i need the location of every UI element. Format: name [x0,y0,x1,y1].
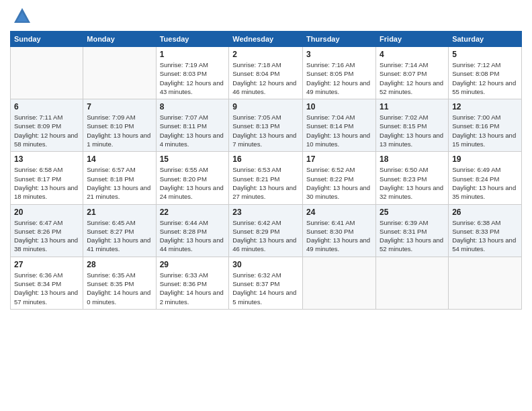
calendar-cell: 1Sunrise: 7:19 AM Sunset: 8:03 PM Daylig… [156,47,229,99]
day-number: 30 [232,260,299,269]
calendar-cell: 5Sunrise: 7:12 AM Sunset: 8:08 PM Daylig… [449,47,522,99]
day-info: Sunrise: 7:14 AM Sunset: 8:07 PM Dayligh… [380,60,445,96]
calendar-cell: 2Sunrise: 7:18 AM Sunset: 8:04 PM Daylig… [229,47,303,99]
day-info: Sunrise: 6:47 AM Sunset: 8:26 PM Dayligh… [14,218,79,254]
day-info: Sunrise: 6:39 AM Sunset: 8:31 PM Dayligh… [380,218,445,254]
day-info: Sunrise: 6:50 AM Sunset: 8:23 PM Dayligh… [380,165,445,201]
day-number: 29 [160,260,226,269]
week-row-4: 20Sunrise: 6:47 AM Sunset: 8:26 PM Dayli… [11,204,522,257]
calendar-table: SundayMondayTuesdayWednesdayThursdayFrid… [10,31,522,310]
day-number: 11 [380,102,445,111]
day-info: Sunrise: 6:49 AM Sunset: 8:24 PM Dayligh… [452,165,518,201]
day-number: 12 [452,102,518,111]
weekday-header-thursday: Thursday [303,32,376,47]
weekday-header-sunday: Sunday [11,32,83,47]
weekday-header-tuesday: Tuesday [156,32,229,47]
day-number: 15 [160,154,226,164]
week-row-5: 27Sunrise: 6:36 AM Sunset: 8:34 PM Dayli… [11,257,522,309]
day-number: 25 [380,208,445,217]
day-info: Sunrise: 7:07 AM Sunset: 8:11 PM Dayligh… [160,113,226,148]
day-number: 1 [160,50,226,59]
day-number: 16 [232,154,299,164]
calendar-cell: 20Sunrise: 6:47 AM Sunset: 8:26 PM Dayli… [11,204,83,257]
day-number: 21 [87,208,152,217]
day-number: 20 [14,208,79,217]
day-number: 5 [452,50,518,59]
day-info: Sunrise: 6:44 AM Sunset: 8:28 PM Dayligh… [160,218,226,254]
day-number: 4 [380,50,445,59]
calendar-cell: 25Sunrise: 6:39 AM Sunset: 8:31 PM Dayli… [376,204,449,257]
day-number: 9 [232,102,299,111]
calendar-cell [449,257,522,309]
day-number: 6 [14,102,79,111]
calendar-cell: 23Sunrise: 6:42 AM Sunset: 8:29 PM Dayli… [229,204,303,257]
calendar-cell: 27Sunrise: 6:36 AM Sunset: 8:34 PM Dayli… [11,257,83,309]
day-number: 22 [160,208,226,217]
day-number: 17 [306,154,372,164]
day-number: 2 [232,50,299,59]
day-info: Sunrise: 6:33 AM Sunset: 8:36 PM Dayligh… [160,271,226,306]
calendar-cell: 4Sunrise: 7:14 AM Sunset: 8:07 PM Daylig… [376,47,449,99]
week-row-1: 1Sunrise: 7:19 AM Sunset: 8:03 PM Daylig… [11,47,522,99]
weekday-header-wednesday: Wednesday [229,32,303,47]
calendar-cell: 30Sunrise: 6:32 AM Sunset: 8:37 PM Dayli… [229,257,303,309]
day-info: Sunrise: 7:16 AM Sunset: 8:05 PM Dayligh… [306,60,372,96]
week-row-2: 6Sunrise: 7:11 AM Sunset: 8:09 PM Daylig… [11,99,522,152]
day-info: Sunrise: 6:55 AM Sunset: 8:20 PM Dayligh… [160,165,226,201]
day-info: Sunrise: 7:04 AM Sunset: 8:14 PM Dayligh… [306,113,372,148]
calendar-cell [376,257,449,309]
day-info: Sunrise: 7:05 AM Sunset: 8:13 PM Dayligh… [232,113,299,148]
day-info: Sunrise: 7:18 AM Sunset: 8:04 PM Dayligh… [232,60,299,96]
logo [10,7,32,26]
day-info: Sunrise: 7:12 AM Sunset: 8:08 PM Dayligh… [452,60,518,96]
day-info: Sunrise: 7:11 AM Sunset: 8:09 PM Dayligh… [14,113,79,148]
calendar-cell: 3Sunrise: 7:16 AM Sunset: 8:05 PM Daylig… [303,47,376,99]
calendar-cell [83,47,156,99]
calendar-cell: 10Sunrise: 7:04 AM Sunset: 8:14 PM Dayli… [303,99,376,152]
calendar-cell: 11Sunrise: 7:02 AM Sunset: 8:15 PM Dayli… [376,99,449,152]
day-number: 13 [14,154,79,164]
calendar-cell: 12Sunrise: 7:00 AM Sunset: 8:16 PM Dayli… [449,99,522,152]
day-number: 27 [14,260,79,269]
calendar-cell: 15Sunrise: 6:55 AM Sunset: 8:20 PM Dayli… [156,152,229,204]
day-number: 26 [452,208,518,217]
weekday-header-row: SundayMondayTuesdayWednesdayThursdayFrid… [11,32,522,47]
day-number: 7 [87,102,152,111]
calendar-cell: 18Sunrise: 6:50 AM Sunset: 8:23 PM Dayli… [376,152,449,204]
day-info: Sunrise: 7:19 AM Sunset: 8:03 PM Dayligh… [160,60,226,96]
day-info: Sunrise: 7:00 AM Sunset: 8:16 PM Dayligh… [452,113,518,148]
day-info: Sunrise: 6:32 AM Sunset: 8:37 PM Dayligh… [232,271,299,306]
day-number: 19 [452,154,518,164]
day-number: 24 [306,208,372,217]
day-number: 14 [87,154,152,164]
header [10,7,522,26]
day-info: Sunrise: 7:02 AM Sunset: 8:15 PM Dayligh… [380,113,445,148]
calendar-cell: 19Sunrise: 6:49 AM Sunset: 8:24 PM Dayli… [449,152,522,204]
calendar-cell: 9Sunrise: 7:05 AM Sunset: 8:13 PM Daylig… [229,99,303,152]
day-info: Sunrise: 6:36 AM Sunset: 8:34 PM Dayligh… [14,271,79,306]
calendar-cell: 24Sunrise: 6:41 AM Sunset: 8:30 PM Dayli… [303,204,376,257]
calendar-cell: 29Sunrise: 6:33 AM Sunset: 8:36 PM Dayli… [156,257,229,309]
weekday-header-monday: Monday [83,32,156,47]
calendar-cell [303,257,376,309]
day-number: 23 [232,208,299,217]
day-info: Sunrise: 6:45 AM Sunset: 8:27 PM Dayligh… [87,218,152,254]
day-number: 18 [380,154,445,164]
day-info: Sunrise: 6:38 AM Sunset: 8:33 PM Dayligh… [452,218,518,254]
calendar-cell: 8Sunrise: 7:07 AM Sunset: 8:11 PM Daylig… [156,99,229,152]
day-number: 10 [306,102,372,111]
calendar-page: SundayMondayTuesdayWednesdayThursdayFrid… [0,0,532,411]
calendar-cell: 26Sunrise: 6:38 AM Sunset: 8:33 PM Dayli… [449,204,522,257]
day-info: Sunrise: 6:58 AM Sunset: 8:17 PM Dayligh… [14,165,79,201]
calendar-cell: 17Sunrise: 6:52 AM Sunset: 8:22 PM Dayli… [303,152,376,204]
day-number: 3 [306,50,372,59]
calendar-cell [11,47,83,99]
weekday-header-saturday: Saturday [449,32,522,47]
logo-icon [13,7,32,26]
day-number: 8 [160,102,226,111]
calendar-cell: 28Sunrise: 6:35 AM Sunset: 8:35 PM Dayli… [83,257,156,309]
day-info: Sunrise: 6:52 AM Sunset: 8:22 PM Dayligh… [306,165,372,201]
day-info: Sunrise: 6:42 AM Sunset: 8:29 PM Dayligh… [232,218,299,254]
calendar-cell: 21Sunrise: 6:45 AM Sunset: 8:27 PM Dayli… [83,204,156,257]
weekday-header-friday: Friday [376,32,449,47]
